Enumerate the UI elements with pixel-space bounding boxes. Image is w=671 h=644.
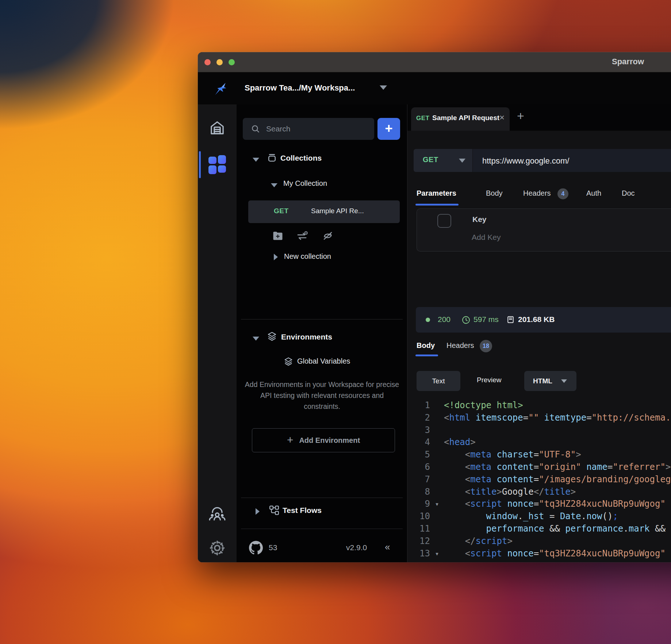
main-content: GET Sample API Request × + GET Parameter… <box>407 104 671 562</box>
collections-header[interactable]: Collections <box>280 154 322 162</box>
github-star-count[interactable]: 53 <box>269 543 277 552</box>
search-box[interactable] <box>243 118 374 140</box>
test-flows-caret-icon[interactable] <box>256 508 260 516</box>
rail-active-indicator <box>199 151 201 178</box>
response-size: 201.68 KB <box>518 315 555 324</box>
global-variables-item[interactable]: Global Variables <box>297 357 350 365</box>
section-divider <box>241 529 403 529</box>
collection-actions <box>272 230 334 241</box>
collapse-sidebar-button[interactable]: « <box>385 541 390 553</box>
layers-icon <box>267 331 277 342</box>
tab-auth[interactable]: Auth <box>586 189 601 198</box>
request-tab[interactable]: GET Sample API Request × <box>411 107 510 131</box>
plus-icon: + <box>385 122 392 135</box>
close-tab-icon[interactable]: × <box>499 112 505 123</box>
response-time: 597 ms <box>473 315 499 324</box>
format-select[interactable]: HTML <box>524 371 576 391</box>
collections-box-icon <box>267 152 277 163</box>
test-flows-header[interactable]: Test Flows <box>283 506 322 515</box>
code-line: 3 <box>407 424 671 437</box>
preview-view-button[interactable]: Preview <box>477 376 502 384</box>
url-field[interactable] <box>473 149 671 172</box>
sparrow-logo-icon <box>213 80 228 96</box>
active-tab-underline <box>415 204 459 206</box>
add-request-icon[interactable] <box>296 230 309 241</box>
request-method: GET <box>274 207 289 215</box>
window-titlebar[interactable]: Sparrow <box>198 52 671 72</box>
environments-caret-icon[interactable] <box>253 336 259 342</box>
tab-method: GET <box>416 115 429 122</box>
section-divider <box>241 319 403 319</box>
code-line: 4<head> <box>407 436 671 449</box>
clock-icon <box>461 315 471 325</box>
response-tabs: Body Headers 18 <box>407 340 671 360</box>
sync-off-icon[interactable] <box>322 230 334 241</box>
response-headers-count-badge: 18 <box>480 340 492 352</box>
code-line: 12 </script> <box>407 535 671 548</box>
flow-icon <box>269 505 280 516</box>
sparrow-app-window: Sparrow Sparrow Tea.../My Workspa... <box>198 52 671 562</box>
select-all-checkbox[interactable] <box>437 214 451 228</box>
tab-headers[interactable]: Headers <box>523 189 551 198</box>
size-box-icon <box>506 315 515 324</box>
gear-icon[interactable] <box>208 539 226 557</box>
tab-response-body[interactable]: Body <box>417 341 435 350</box>
response-meta-bar: 200 597 ms 201.68 KB <box>416 307 671 333</box>
request-list-item[interactable]: GET Sample API Re... <box>248 200 400 223</box>
new-collection-caret-icon[interactable] <box>274 254 278 262</box>
code-line: 1<!doctype html> <box>407 399 671 412</box>
tab-doc[interactable]: Doc <box>622 189 635 198</box>
code-viewer[interactable]: 1<!doctype html>2<html itemscope="" item… <box>407 399 671 562</box>
minimize-window-button[interactable] <box>216 59 223 65</box>
viewer-controls: Text Preview HTML <box>407 371 671 393</box>
workspace-switcher-label[interactable]: Sparrow Tea.../My Workspa... <box>245 83 355 93</box>
tab-response-headers[interactable]: Headers <box>446 341 474 350</box>
desktop: { "colors": { "accent_blue": "#3f6ce4", … <box>0 0 671 644</box>
add-environment-button[interactable]: + Add Environment <box>252 428 395 452</box>
code-line: 9▾ <script nonce="tq3HZ284xucNuBRp9uWgog… <box>407 498 671 510</box>
code-line: 13▾ <script nonce="tq3HZ284xucNuBRp9uWgo… <box>407 548 671 560</box>
code-line: 8 <title>Google</title> <box>407 486 671 498</box>
add-new-button[interactable]: + <box>377 118 400 140</box>
environments-empty-text: Add Environments in your Workspace for p… <box>242 379 402 412</box>
request-tabs: Parameters Body Headers 4 Auth Doc <box>407 188 671 208</box>
layers-icon <box>283 356 294 367</box>
url-input[interactable] <box>482 149 671 173</box>
new-tab-button[interactable]: + <box>517 109 524 123</box>
add-key-input[interactable]: Add Key <box>472 233 501 242</box>
environments-header[interactable]: Environments <box>281 333 332 341</box>
tab-body[interactable]: Body <box>486 189 503 198</box>
code-lines: 1<!doctype html>2<html itemscope="" item… <box>407 399 671 560</box>
response-status: 200 <box>438 315 450 324</box>
window-title: Sparrow <box>612 57 644 66</box>
key-column-header: Key <box>472 215 487 224</box>
code-line: 5 <meta charset="UTF-8"> <box>407 449 671 461</box>
search-input[interactable] <box>265 124 358 134</box>
my-collection-caret-icon[interactable] <box>271 182 277 189</box>
text-view-button[interactable]: Text <box>417 371 460 391</box>
format-caret-icon <box>561 379 567 383</box>
tab-parameters[interactable]: Parameters <box>417 189 456 198</box>
community-icon[interactable] <box>208 506 227 524</box>
code-line: 7 <meta content="/images/branding/google… <box>407 474 671 486</box>
collections-caret-icon[interactable] <box>253 157 259 163</box>
sidebar-panel: + Collections My Collection GET Sample A… <box>237 104 407 562</box>
workspace-caret-icon[interactable] <box>380 85 387 90</box>
home-icon[interactable] <box>208 119 226 137</box>
my-collection-item[interactable]: My Collection <box>283 179 327 188</box>
section-divider <box>241 498 403 498</box>
collections-grid-icon[interactable] <box>207 154 227 176</box>
github-icon[interactable] <box>249 541 263 555</box>
code-line: 11 performance && performance.mark && pe… <box>407 523 671 535</box>
request-name: Sample API Re... <box>311 207 364 215</box>
zoom-window-button[interactable] <box>229 59 235 65</box>
tab-title: Sample API Request <box>432 114 499 122</box>
active-tab-underline <box>415 354 438 356</box>
code-line: 10 window._hst = Date.now(); <box>407 510 671 523</box>
app-content: + Collections My Collection GET Sample A… <box>198 104 671 562</box>
search-icon <box>251 124 260 134</box>
close-window-button[interactable] <box>204 59 211 65</box>
new-collection-item[interactable]: New collection <box>284 252 331 261</box>
method-select[interactable]: GET <box>414 149 472 172</box>
add-folder-icon[interactable] <box>272 231 283 241</box>
